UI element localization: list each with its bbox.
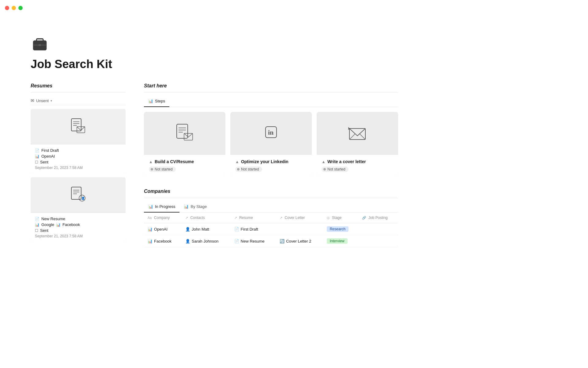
contact-name-facebook: Sarah Johnson — [192, 239, 218, 243]
checkbox-icon-2: ☐ — [35, 228, 38, 233]
resume-sent-1: Sent — [40, 160, 48, 164]
svg-rect-18 — [177, 124, 188, 138]
svg-rect-25 — [349, 128, 365, 140]
maximize-button[interactable] — [18, 6, 23, 10]
status-dot-cv — [151, 168, 153, 171]
resume-cell-facebook: 📄 New Resume — [234, 239, 272, 243]
col-contacts: ↗ Contacts — [182, 213, 231, 223]
doc-icon: 📄 — [35, 148, 40, 153]
status-dot-linkedin — [237, 168, 239, 171]
resume-sent-2: Sent — [40, 228, 48, 233]
by-stage-label: By Stage — [190, 204, 207, 209]
stage-badge-openai: Research — [327, 226, 349, 232]
company-icon-facebook: 📊 — [148, 239, 153, 243]
chart-icon-2: 📊 — [35, 223, 40, 227]
job-posting-cell-facebook — [358, 235, 398, 247]
step-card-linkedin[interactable]: in ▲ Optimize your Linkedin Not started — [230, 112, 312, 176]
step-card-cv[interactable]: ▲ Build a CV/Resume Not started — [144, 112, 225, 176]
svg-line-26 — [349, 134, 355, 140]
svg-text:👤: 👤 — [81, 196, 85, 200]
tab-steps[interactable]: 📊 Steps — [144, 96, 169, 107]
table-row[interactable]: 📊 Facebook 👤 Sarah Johnson — [144, 235, 398, 247]
step-label-linkedin: Optimize your Linkedin — [241, 159, 288, 164]
step-label-cv: Build a CV/Resume — [155, 159, 194, 164]
resume-card-first-draft[interactable]: 📄 First Draft 📊 OpenAI ☐ Sent September … — [31, 109, 126, 174]
resume-icon-facebook: 📄 — [234, 239, 239, 243]
col-stage: ◎ Stage — [323, 213, 358, 223]
resume-date-2: September 21, 2023 7:58 AM — [35, 234, 121, 238]
by-stage-icon: 📊 — [184, 204, 189, 209]
steps-tabs: 📊 Steps — [144, 96, 398, 107]
in-progress-label: In Progress — [155, 204, 175, 209]
contact-cell-facebook: 👤 Sarah Johnson — [185, 239, 227, 243]
resume-name-facebook: New Resume — [241, 239, 265, 243]
resume-sent-row-1: ☐ Sent — [35, 160, 121, 164]
steps-tab-icon: 📊 — [148, 99, 153, 103]
col-resume: ↗ Resume — [231, 213, 276, 223]
resume-name-row-1: 📄 First Draft — [35, 148, 121, 153]
step-card-body-coverletter: ▲ Write a cover letter Not started — [317, 155, 398, 176]
warn-icon-linkedin: ▲ — [235, 159, 239, 164]
two-col-layout: Resumes ✉ Unsent ▾ — [31, 83, 398, 247]
tab-in-progress[interactable]: 📊 In Progress — [144, 202, 179, 213]
contact-cell-openai: 👤 John Matt — [185, 227, 227, 232]
svg-rect-6 — [39, 44, 41, 46]
resumes-section: Resumes ✉ Unsent ▾ — [31, 83, 126, 247]
resume-card-image-1 — [31, 109, 126, 144]
resume-card-new-resume[interactable]: 👤 📄 New Resume 📊 Google 📊 Facebook — [31, 177, 126, 242]
cover-letter-cell-openai — [276, 223, 323, 235]
resume-name-row-2: 📄 New Resume — [35, 217, 121, 221]
cover-letter-icon-facebook: 🔄 — [280, 239, 285, 243]
tab-by-stage[interactable]: 📊 By Stage — [179, 202, 211, 213]
step-title-linkedin: ▲ Optimize your Linkedin — [235, 159, 307, 164]
resume-tag-2a: Google — [41, 222, 54, 227]
col-cover-letter: ↗ Cover Letter — [276, 213, 323, 223]
status-text-coverletter: Not started — [327, 167, 345, 171]
svg-rect-12 — [71, 187, 81, 199]
company-icon-openai: 📊 — [148, 227, 153, 232]
companies-heading: Companies — [144, 189, 398, 194]
start-here-heading: Start here — [144, 83, 398, 89]
page-icon — [31, 34, 49, 53]
company-name-facebook: Facebook — [154, 239, 172, 243]
minimize-button[interactable] — [12, 6, 16, 10]
resume-date-1: September 21, 2023 7:58 AM — [35, 166, 121, 170]
steps-grid: ▲ Build a CV/Resume Not started — [144, 112, 398, 176]
company-cell-openai: 📊 OpenAI — [148, 227, 178, 232]
warn-icon-coverletter: ▲ — [322, 159, 326, 164]
filter-envelope-icon: ✉ — [31, 98, 34, 103]
svg-line-27 — [360, 134, 365, 140]
resume-tag-2b: Facebook — [62, 222, 80, 227]
step-label-coverletter: Write a cover letter — [327, 159, 366, 164]
contact-name-openai: John Matt — [192, 227, 209, 232]
resume-icon-openai: 📄 — [234, 227, 239, 232]
col-job-posting: 🔗 Job Posting — [358, 213, 398, 223]
resume-card-body-1: 📄 First Draft 📊 OpenAI ☐ Sent September … — [31, 144, 126, 174]
contact-icon-facebook: 👤 — [185, 239, 190, 243]
step-card-image-linkedin: in — [230, 112, 312, 155]
step-card-coverletter[interactable]: ▲ Write a cover letter Not started — [317, 112, 398, 176]
doc-icon-2: 📄 — [35, 217, 40, 221]
table-row[interactable]: 📊 OpenAI 👤 John Matt — [144, 223, 398, 235]
in-progress-icon: 📊 — [148, 204, 153, 209]
filter-bar[interactable]: ✉ Unsent ▾ — [31, 96, 126, 105]
titlebar — [0, 0, 588, 16]
resume-name-1: First Draft — [41, 148, 59, 153]
chevron-down-icon: ▾ — [51, 99, 52, 102]
company-name-openai: OpenAI — [154, 227, 168, 232]
right-column: Start here 📊 Steps — [144, 83, 398, 247]
status-badge-coverletter: Not started — [322, 167, 349, 172]
companies-table: Aa Company ↗ Contacts ↗ Resume — [144, 213, 398, 247]
step-card-image-cv — [144, 112, 225, 155]
status-text-cv: Not started — [155, 167, 173, 171]
resume-cell-openai: 📄 First Draft — [234, 227, 272, 232]
close-button[interactable] — [5, 6, 9, 10]
step-card-body-linkedin: ▲ Optimize your Linkedin Not started — [230, 155, 312, 176]
resume-tags-row-2: 📊 Google 📊 Facebook — [35, 222, 121, 227]
start-here-section: Start here 📊 Steps — [144, 83, 398, 176]
chart-icon-3: 📊 — [56, 223, 61, 227]
job-posting-cell-openai — [358, 223, 398, 235]
page-title: Job Search Kit — [31, 58, 398, 71]
resume-tags-row-1: 📊 OpenAI — [35, 154, 121, 159]
resume-name-openai: First Draft — [241, 227, 258, 232]
